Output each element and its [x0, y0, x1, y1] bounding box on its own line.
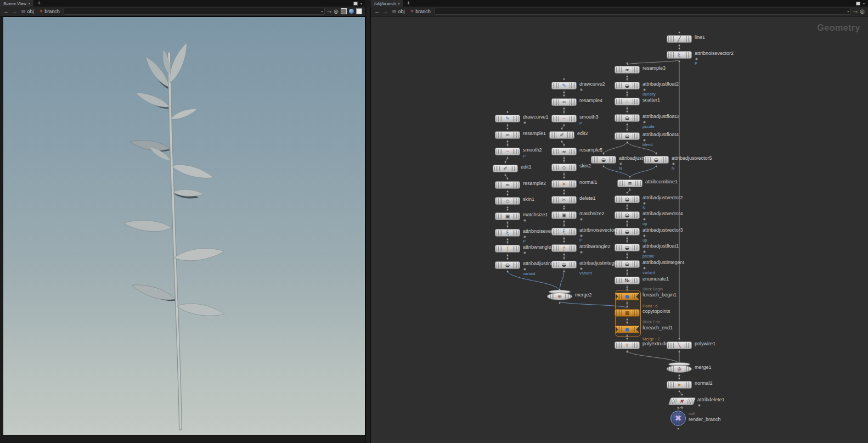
output-connector[interactable]: [563, 157, 565, 159]
input-connector[interactable]: [678, 338, 680, 340]
node-resample4[interactable]: ≈ resample4: [551, 98, 577, 106]
node-attribnoisevector1[interactable]: ξ attribnoisevector1 P: [495, 229, 520, 237]
node-body[interactable]: ⇧: [615, 341, 640, 349]
input-connector[interactable]: [602, 152, 605, 154]
output-connector[interactable]: [626, 75, 628, 77]
output-connector[interactable]: [626, 237, 628, 239]
output-connector[interactable]: [563, 254, 565, 256]
output-connector[interactable]: [626, 270, 628, 272]
output-connector[interactable]: [602, 165, 605, 167]
output-connector[interactable]: [563, 91, 565, 93]
path-dropdown[interactable]: ▾: [64, 8, 325, 15]
input-connector[interactable]: [626, 338, 628, 340]
pane-split-icon[interactable]: [856, 2, 860, 5]
input-connector[interactable]: [563, 111, 565, 113]
output-connector[interactable]: [506, 222, 509, 224]
node-normal2[interactable]: ➤ normal2: [667, 381, 692, 389]
node-body[interactable]: ➤: [551, 180, 577, 188]
scene-viewport[interactable]: [3, 16, 365, 435]
pin-icon[interactable]: ⤙: [327, 8, 331, 15]
input-connector[interactable]: [504, 161, 506, 163]
input-connector[interactable]: [626, 273, 628, 275]
aim-icon[interactable]: ◎: [334, 8, 339, 15]
node-skin2[interactable]: ◇ skin2: [551, 164, 577, 171]
node-body[interactable]: ✎: [495, 115, 520, 122]
node-body[interactable]: ✐: [549, 131, 574, 139]
node-foreach_end1[interactable]: ● Block End foreach_end1 Merge : 7: [615, 326, 640, 333]
output-connector[interactable]: [629, 189, 631, 191]
node-body[interactable]: ≈: [495, 131, 520, 139]
node-body[interactable]: ≈: [551, 98, 577, 106]
node-body[interactable]: ≈: [615, 66, 640, 74]
node-polywire1[interactable]: ╲ polywire1: [667, 341, 692, 349]
node-body[interactable]: ╱: [667, 35, 692, 43]
node-body[interactable]: ◒: [551, 261, 577, 268]
pin-icon[interactable]: ⤙: [853, 8, 858, 15]
node-body[interactable]: ◒: [615, 195, 640, 203]
path-dropdown[interactable]: ▾: [435, 8, 851, 15]
output-connector[interactable]: [655, 165, 657, 167]
output-connector[interactable]: [563, 189, 565, 192]
node-delete1[interactable]: ✂ delete1: [551, 196, 577, 204]
node-body[interactable]: №: [615, 277, 640, 284]
aim-icon[interactable]: ◎: [860, 8, 865, 15]
node-resample2[interactable]: ≈ resample2: [495, 181, 520, 189]
node-body[interactable]: ∽: [495, 148, 520, 155]
output-connector[interactable]: [563, 108, 565, 110]
output-connector[interactable]: [678, 60, 680, 63]
node-attribadjustinteger2[interactable]: ◒ attribadjustinteger2 variant: [551, 261, 577, 268]
output-connector[interactable]: [626, 318, 628, 321]
node-merge2[interactable]: ⊕ merge2: [547, 293, 572, 300]
node-skin1[interactable]: ◇ skin1: [495, 197, 520, 205]
node-resample3[interactable]: ≈ resample3: [615, 66, 640, 74]
input-connector[interactable]: [506, 193, 509, 195]
input-connector[interactable]: [506, 225, 509, 227]
output-connector[interactable]: [626, 91, 628, 93]
breadcrumb-branch[interactable]: ✶ branch: [38, 9, 61, 14]
input-connector[interactable]: [506, 127, 509, 130]
node-body[interactable]: ⊕: [667, 365, 692, 373]
input-connector[interactable]: [563, 94, 565, 97]
input-connector[interactable]: [506, 209, 509, 211]
input-connector[interactable]: [626, 62, 628, 64]
output-connector[interactable]: [626, 335, 628, 337]
output-connector[interactable]: [678, 351, 680, 353]
node-body[interactable]: ◒: [495, 261, 520, 269]
input-connector[interactable]: [677, 407, 679, 409]
node-body[interactable]: ƒ: [495, 245, 520, 253]
node-body[interactable]: ξ: [667, 51, 692, 59]
node-body[interactable]: ◒: [615, 82, 640, 89]
node-body[interactable]: ξ: [551, 228, 577, 235]
node-edit2[interactable]: ✐ edit2: [549, 131, 574, 139]
node-merge1[interactable]: ⊕ merge1: [667, 365, 692, 373]
output-connector[interactable]: [677, 428, 679, 430]
output-connector[interactable]: [559, 302, 561, 304]
node-body[interactable]: ∽: [551, 115, 577, 122]
input-connector[interactable]: [626, 305, 628, 307]
node-attribadjustfloat4[interactable]: ◒ attribadjustfloat4 blend: [615, 132, 640, 140]
output-connector[interactable]: [506, 124, 509, 126]
output-connector[interactable]: [561, 141, 563, 143]
node-body[interactable]: ξ: [495, 229, 520, 237]
output-connector[interactable]: [626, 351, 628, 353]
output-connector[interactable]: [504, 174, 506, 176]
node-body[interactable]: ◒: [615, 260, 640, 268]
node-body[interactable]: ╲: [667, 341, 692, 349]
output-connector[interactable]: [563, 173, 565, 175]
output-connector[interactable]: [563, 237, 565, 239]
node-smooth2[interactable]: ∽ smooth2 P: [495, 148, 520, 155]
input-connector[interactable]: [678, 377, 680, 379]
output-connector[interactable]: [626, 221, 628, 223]
output-connector[interactable]: [626, 205, 628, 207]
node-drawcurve2[interactable]: ✎ drawcurve2: [551, 82, 577, 89]
node-foreach_begin1[interactable]: ● Block Begin foreach_begin1 Point : 6: [615, 293, 640, 300]
input-connector[interactable]: [678, 47, 680, 49]
input-connector[interactable]: [626, 110, 628, 113]
node-body[interactable]: ∴: [615, 98, 640, 105]
output-connector[interactable]: [626, 253, 628, 255]
node-resample5[interactable]: ≈ resample5: [551, 148, 577, 155]
node-scatter1[interactable]: ∴ scatter1: [615, 98, 640, 105]
node-body[interactable]: ≈: [495, 181, 520, 189]
input-connector[interactable]: [626, 128, 628, 131]
node-body[interactable]: ✖: [668, 397, 696, 405]
